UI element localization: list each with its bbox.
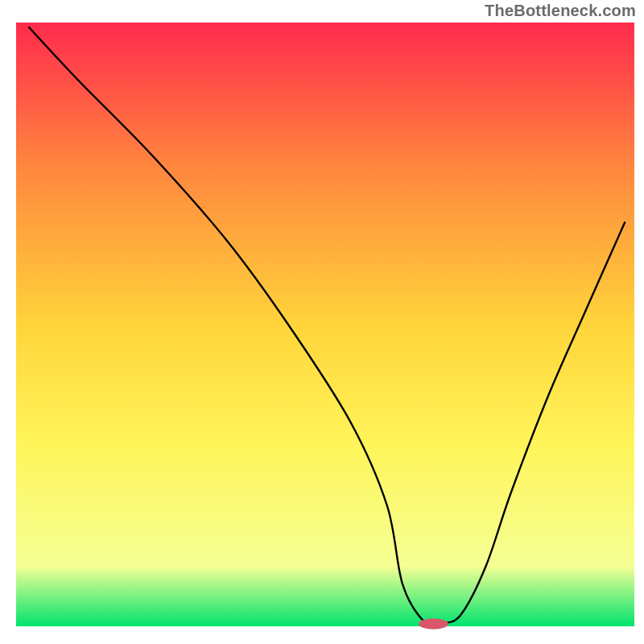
optimal-marker (419, 618, 448, 630)
bottleneck-chart (0, 0, 644, 644)
plot-background (16, 23, 634, 626)
